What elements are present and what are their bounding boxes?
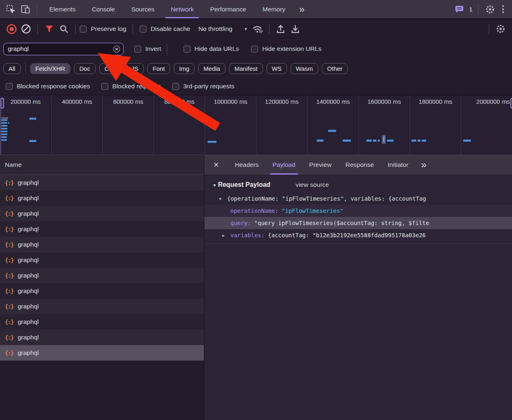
invert-checkbox[interactable]: [134, 46, 141, 52]
triangle-down-icon[interactable]: ▼: [219, 197, 227, 201]
section-title: Request Payload: [218, 181, 270, 188]
tab-memory[interactable]: Memory: [254, 0, 293, 18]
json-braces-icon: {:}: [5, 350, 13, 356]
property-value: "ipFlowTimeseries": [282, 208, 344, 214]
table-row[interactable]: {:}graphql: [0, 206, 204, 221]
filter-toggle-button[interactable]: [42, 22, 57, 36]
payload-property-row[interactable]: operationName: "ipFlowTimeseries": [204, 205, 512, 217]
timeline-drag-handle[interactable]: [510, 98, 512, 109]
type-chip-other[interactable]: Other: [322, 63, 348, 74]
network-conditions-button[interactable]: [250, 22, 265, 36]
hide-data-urls-checkbox[interactable]: [184, 46, 190, 52]
payload-property-row-selected[interactable]: query: "query ipFlowTimeseries($accountT…: [204, 217, 512, 229]
clear-filter-icon[interactable]: [113, 45, 120, 53]
timeline-tick-label: 400000 ms: [52, 95, 103, 105]
type-chip-font[interactable]: Font: [147, 63, 170, 74]
timeline-activity-bar: [366, 140, 372, 142]
tab-label: Performance: [210, 6, 246, 13]
record-network-log-button[interactable]: [4, 22, 19, 36]
devtools-tab-bar: Elements Console Sources Network Perform…: [0, 0, 512, 19]
type-chip-wasm[interactable]: Wasm: [291, 63, 318, 74]
preserve-log-checkbox[interactable]: [80, 26, 87, 33]
type-chip-fetch-xhr[interactable]: Fetch/XHR: [30, 63, 70, 74]
type-chip-media[interactable]: Media: [198, 63, 225, 74]
tab-sources[interactable]: Sources: [123, 0, 163, 18]
device-toolbar-icon: [20, 4, 31, 14]
table-row[interactable]: {:}graphql: [0, 190, 204, 206]
tab-label: Console: [92, 6, 115, 13]
table-row[interactable]: {:}graphql: [0, 330, 204, 345]
close-details-button[interactable]: ✕: [204, 161, 228, 169]
request-type-filter-row: All Fetch/XHR Doc CSS JS Font Img Media …: [0, 59, 512, 78]
issues-button[interactable]: [452, 2, 466, 17]
network-overview-timeline[interactable]: 200000 ms 400000 ms 600000 ms 800000 ms …: [0, 95, 512, 155]
disable-cache-checkbox[interactable]: [140, 26, 147, 33]
tab-payload[interactable]: Payload: [266, 155, 302, 175]
tab-headers[interactable]: Headers: [228, 155, 266, 175]
json-braces-icon: {:}: [5, 241, 13, 248]
tab-label: Memory: [263, 6, 285, 13]
tab-preview[interactable]: Preview: [302, 155, 339, 175]
more-tabs-button[interactable]: »: [293, 4, 310, 14]
hide-extension-urls-checkbox[interactable]: [251, 46, 258, 52]
name-column-header[interactable]: Name: [0, 155, 204, 175]
timeline-activity-bar: [328, 130, 336, 132]
hide-data-urls-label: Hide data URLs: [195, 45, 239, 52]
table-row-selected[interactable]: {:}graphql: [0, 345, 204, 361]
inspect-element-button[interactable]: [3, 2, 18, 17]
type-chip-doc[interactable]: Doc: [74, 63, 96, 74]
timeline-section: 200000 ms: [0, 95, 51, 155]
advanced-filter-row: Blocked response cookies Blocked request…: [0, 78, 512, 95]
payload-property-row[interactable]: ▶ variables: {accountTag: "b12e3b2192ee5…: [204, 229, 512, 241]
tab-response[interactable]: Response: [339, 155, 381, 175]
request-payload-section[interactable]: ▼ Request Payload view source: [204, 175, 512, 192]
import-har-button[interactable]: [274, 22, 288, 36]
type-chip-img[interactable]: Img: [174, 63, 195, 74]
search-network-button[interactable]: [57, 22, 71, 36]
type-chip-css[interactable]: CSS: [99, 63, 123, 74]
table-row[interactable]: {:}graphql: [0, 314, 204, 330]
tab-console[interactable]: Console: [84, 0, 123, 18]
throttling-dropdown[interactable]: No throttling ▼: [196, 25, 250, 33]
tab-performance[interactable]: Performance: [202, 0, 254, 18]
table-row[interactable]: {:}graphql: [0, 175, 204, 190]
blocked-response-cookies-checkbox[interactable]: [6, 83, 13, 90]
table-row[interactable]: {:}graphql: [0, 283, 204, 299]
tab-network[interactable]: Network: [162, 0, 202, 18]
third-party-requests-checkbox[interactable]: [172, 83, 179, 90]
table-row[interactable]: {:}graphql: [0, 268, 204, 283]
json-braces-icon: {:}: [5, 179, 13, 186]
timeline-activity-bar: [1, 122, 7, 124]
timeline-activity-bar: [317, 140, 324, 142]
device-toolbar-button[interactable]: [18, 2, 33, 17]
toolbar-divider: [489, 24, 489, 34]
request-name: graphql: [18, 195, 39, 202]
type-chip-js[interactable]: JS: [126, 63, 144, 74]
timeline-section: 1000000 ms: [205, 95, 256, 155]
type-chip-ws[interactable]: WS: [267, 63, 287, 74]
blocked-requests-checkbox[interactable]: [101, 83, 108, 90]
payload-root-row[interactable]: ▼ {operationName: "ipFlowTimeseries", va…: [204, 192, 512, 205]
type-chip-manifest[interactable]: Manifest: [229, 63, 263, 74]
timeline-drag-handle[interactable]: [0, 98, 4, 109]
more-tabs-button[interactable]: »: [415, 160, 432, 170]
settings-button[interactable]: [483, 2, 497, 17]
clear-network-log-button[interactable]: [19, 22, 33, 36]
table-row[interactable]: {:}graphql: [0, 221, 204, 237]
property-key: operationName:: [230, 208, 278, 214]
tab-initiator[interactable]: Initiator: [381, 155, 416, 175]
toolbar-divider: [37, 24, 38, 34]
table-row[interactable]: {:}graphql: [0, 299, 204, 314]
timeline-section: 400000 ms: [51, 95, 103, 155]
kebab-menu-button[interactable]: [497, 5, 509, 13]
tab-elements[interactable]: Elements: [41, 0, 84, 18]
view-source-link[interactable]: view source: [295, 181, 329, 188]
table-row[interactable]: {:}graphql: [0, 252, 204, 268]
export-har-button[interactable]: [288, 22, 303, 36]
table-row[interactable]: {:}graphql: [0, 237, 204, 252]
filter-input[interactable]: [4, 45, 113, 52]
network-settings-button[interactable]: [493, 22, 508, 36]
triangle-right-icon[interactable]: ▶: [222, 233, 230, 238]
type-chip-all[interactable]: All: [3, 63, 21, 74]
json-braces-icon: {:}: [5, 303, 13, 310]
